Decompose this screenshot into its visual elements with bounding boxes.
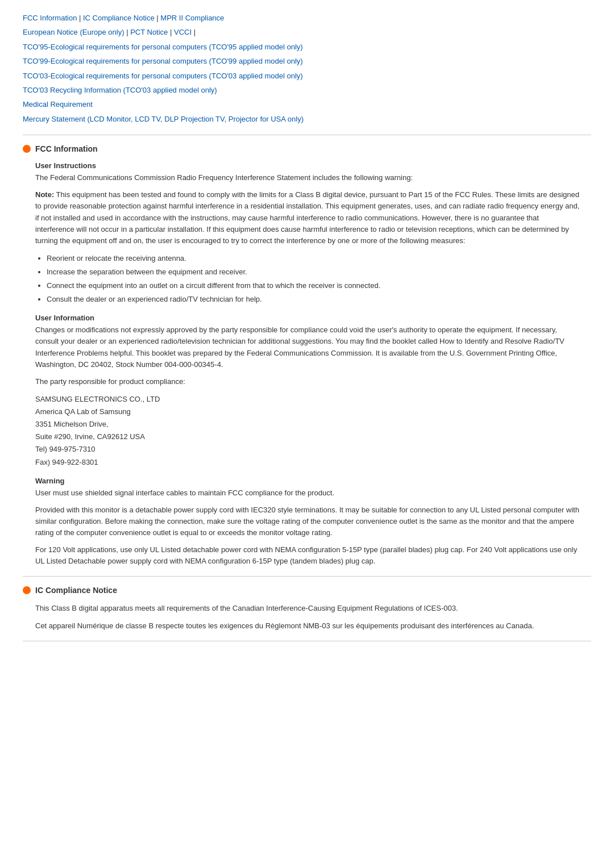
address-line-6: Fax) 949-922-8301: [35, 456, 580, 469]
fcc-bullets: Reorient or relocate the receiving anten…: [47, 252, 580, 306]
user-instructions-title: User Instructions: [35, 161, 580, 170]
nav-line-5: TCO'03-Ecological requirements for perso…: [23, 69, 591, 82]
bottom-divider: [23, 641, 591, 641]
nav-vcci-link[interactable]: VCCI: [174, 28, 192, 36]
nav-line-1: FCC Information | IC Compliance Notice |…: [23, 11, 591, 24]
nav-pct-link[interactable]: PCT Notice: [130, 28, 168, 36]
fcc-content-area: User Instructions The Federal Communicat…: [23, 161, 591, 567]
ic-content-area: This Class B digital apparatus meets all…: [23, 603, 591, 631]
warning-p1: User must use shielded signal interface …: [35, 487, 580, 499]
bullet-2: Increase the separation between the equi…: [47, 266, 580, 278]
bullet-3: Connect the equipment into an outlet on …: [47, 279, 580, 292]
ic-section-header: IC Compliance Notice: [23, 586, 591, 595]
nav-ic-link[interactable]: IC Compliance Notice: [83, 14, 155, 22]
user-information-title: User Information: [35, 314, 580, 322]
fcc-section: FCC Information User Instructions The Fe…: [23, 144, 591, 567]
address-line-1: SAMSUNG ELECTRONICS CO., LTD: [35, 393, 580, 406]
fcc-note-paragraph: Note: This equipment has been tested and…: [35, 189, 580, 247]
ic-p2: Cet appareil Numérique de classe B respe…: [35, 620, 580, 632]
nav-medical-link[interactable]: Medical Requirement: [23, 100, 93, 108]
fcc-section-header: FCC Information: [23, 144, 591, 153]
bullet-1: Reorient or relocate the receiving anten…: [47, 252, 580, 265]
address-line-5: Tel) 949-975-7310: [35, 443, 580, 456]
nav-mercury-link[interactable]: Mercury Statement (LCD Monitor, LCD TV, …: [23, 115, 304, 123]
nav-tco03r-link[interactable]: TCO'03 Recycling Information (TCO'03 app…: [23, 86, 217, 94]
nav-line-3: TCO'95-Ecological requirements for perso…: [23, 40, 591, 53]
nav-tco03-link[interactable]: TCO'03-Ecological requirements for perso…: [23, 72, 303, 80]
nav-eu-link[interactable]: European Notice (Europe only): [23, 28, 125, 36]
warning-p3: For 120 Volt applications, use only UL L…: [35, 544, 580, 567]
nav-line-8: Mercury Statement (LCD Monitor, LCD TV, …: [23, 112, 591, 126]
ic-p1: This Class B digital apparatus meets all…: [35, 603, 580, 614]
warning-title: Warning: [35, 477, 580, 485]
nav-tco95-link[interactable]: TCO'95-Ecological requirements for perso…: [23, 43, 303, 51]
fcc-section-title: FCC Information: [35, 144, 98, 153]
nav-line-2: European Notice (Europe only) | PCT Noti…: [23, 26, 591, 39]
nav-line-6: TCO'03 Recycling Information (TCO'03 app…: [23, 84, 591, 97]
nav-line-4: TCO'99-Ecological requirements for perso…: [23, 55, 591, 68]
ic-section-title: IC Compliance Notice: [35, 586, 117, 595]
user-information-p1: Changes or modifications not expressly a…: [35, 324, 580, 370]
party-intro: The party responsible for product compli…: [35, 376, 580, 387]
navigation-links: FCC Information | IC Compliance Notice |…: [23, 11, 591, 126]
ic-section: IC Compliance Notice This Class B digita…: [23, 586, 591, 631]
user-instructions-p1: The Federal Communications Commission Ra…: [35, 172, 580, 183]
warning-p2: Provided with this monitor is a detachab…: [35, 504, 580, 539]
address-line-4: Suite #290, Irvine, CA92612 USA: [35, 431, 580, 443]
middle-divider: [23, 576, 591, 577]
fcc-section-icon: [23, 145, 31, 153]
nav-mpr-link[interactable]: MPR II Compliance: [160, 14, 224, 22]
address-line-3: 3351 Michelson Drive,: [35, 418, 580, 431]
nav-fcc-link[interactable]: FCC Information: [23, 14, 77, 22]
bullet-4: Consult the dealer or an experienced rad…: [47, 293, 580, 306]
ic-section-icon: [23, 586, 31, 594]
address-block: SAMSUNG ELECTRONICS CO., LTD America QA …: [35, 393, 580, 469]
note-text: This equipment has been tested and found…: [35, 190, 579, 245]
nav-line-7: Medical Requirement: [23, 98, 591, 111]
nav-tco99-link[interactable]: TCO'99-Ecological requirements for perso…: [23, 57, 303, 65]
note-label: Note:: [35, 190, 54, 199]
top-divider: [23, 135, 591, 135]
address-line-2: America QA Lab of Samsung: [35, 406, 580, 418]
